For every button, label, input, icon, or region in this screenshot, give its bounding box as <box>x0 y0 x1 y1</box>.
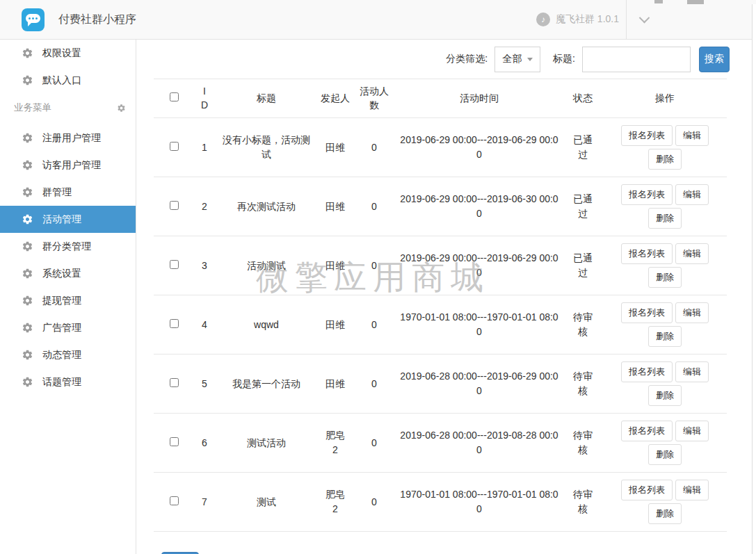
gear-icon <box>22 132 33 144</box>
row-select-cell <box>154 355 194 414</box>
sidebar-item-0[interactable]: 权限设置 <box>0 40 136 67</box>
category-filter-label: 分类筛选: <box>446 53 488 65</box>
sidebar-item-7[interactable]: 广告管理 <box>0 314 136 341</box>
cell-actions: 报名列表编辑删除 <box>603 118 727 177</box>
delete-button[interactable]: 删除 <box>648 208 682 229</box>
delete-button[interactable]: 删除 <box>648 326 682 347</box>
gear-icon <box>22 376 33 388</box>
sidebar-item-0[interactable]: 注册用户管理 <box>0 124 136 152</box>
page-scrollbar[interactable] <box>752 4 756 554</box>
row-select-cell <box>154 236 194 295</box>
cell-id: 6 <box>194 414 215 473</box>
caret-down-icon <box>527 58 533 61</box>
sidebar-item-1[interactable]: 默认入口 <box>0 67 136 94</box>
gear-icon <box>22 349 33 361</box>
col-header-actions: 操作 <box>603 79 727 118</box>
sidebar-item-1[interactable]: 访客用户管理 <box>0 152 136 179</box>
row-select-cell <box>154 473 194 532</box>
cell-title: 再次测试活动 <box>215 177 318 236</box>
table-row: 3 活动测试 田维 0 2019-06-29 00:00---2019-06-2… <box>154 236 727 295</box>
sidebar-item-3[interactable]: 活动管理 <box>0 206 136 233</box>
cell-title: 活动测试 <box>215 236 318 295</box>
signup-list-button[interactable]: 报名列表 <box>621 361 673 382</box>
row-select-cell <box>154 414 194 473</box>
delete-button[interactable]: 删除 <box>648 503 682 524</box>
cell-status: 已通过 <box>563 118 603 177</box>
select-all-checkbox[interactable] <box>170 92 179 101</box>
sidebar-items-group: 注册用户管理 访客用户管理 群管理 活动管理 群分类管理 系统设置 提现管理 广… <box>0 124 136 396</box>
sidebar-item-8[interactable]: 动态管理 <box>0 341 136 368</box>
cell-initiator: 肥皂2 <box>318 473 353 532</box>
signup-list-button[interactable]: 报名列表 <box>621 302 673 323</box>
cell-time: 1970-01-01 08:00---1970-01-01 08:00 <box>396 473 563 532</box>
top-bar: 付费社群小程序 ♪ 魔飞社群 1.0.1 <box>0 0 756 40</box>
search-button[interactable]: 搜索 <box>699 47 730 72</box>
row-checkbox[interactable] <box>170 260 179 269</box>
sidebar-item-label: 默认入口 <box>42 74 81 87</box>
delete-button[interactable]: 删除 <box>648 385 682 406</box>
row-checkbox[interactable] <box>170 437 179 446</box>
sidebar-item-label: 广告管理 <box>42 322 81 334</box>
cell-time: 2019-06-29 00:00---2019-06-29 00:00 <box>396 236 563 295</box>
gear-icon <box>22 74 33 86</box>
row-select-cell <box>154 295 194 355</box>
table-row: 7 测试 肥皂2 0 1970-01-01 08:00---1970-01-01… <box>154 473 727 532</box>
cell-actions: 报名列表编辑删除 <box>603 355 727 414</box>
row-checkbox[interactable] <box>170 378 179 387</box>
signup-list-button[interactable]: 报名列表 <box>621 243 673 264</box>
cell-actions: 报名列表编辑删除 <box>603 295 727 355</box>
edit-button[interactable]: 编辑 <box>675 361 709 382</box>
signup-list-button[interactable]: 报名列表 <box>621 125 673 146</box>
cell-actions: 报名列表编辑删除 <box>603 414 727 473</box>
select-all-cell <box>154 79 194 118</box>
signup-list-button[interactable]: 报名列表 <box>621 480 673 500</box>
gear-icon[interactable] <box>117 104 126 113</box>
col-header-id: ID <box>194 79 215 118</box>
cell-initiator: 田维 <box>318 295 353 355</box>
row-checkbox[interactable] <box>170 142 179 151</box>
category-select-value: 全部 <box>503 53 522 65</box>
cell-status: 待审核 <box>563 473 603 532</box>
sidebar-item-4[interactable]: 群分类管理 <box>0 233 136 260</box>
row-checkbox[interactable] <box>170 319 179 328</box>
cell-initiator: 田维 <box>318 236 353 295</box>
row-checkbox[interactable] <box>170 496 179 505</box>
sidebar-item-2[interactable]: 群管理 <box>0 179 136 206</box>
cell-participants: 0 <box>353 118 396 177</box>
cell-id: 1 <box>194 118 215 177</box>
delete-button[interactable]: 删除 <box>648 267 682 288</box>
delete-button[interactable]: 删除 <box>648 149 682 170</box>
category-select[interactable]: 全部 <box>494 47 540 72</box>
delete-button[interactable]: 删除 <box>648 444 682 465</box>
row-checkbox[interactable] <box>170 201 179 210</box>
chevron-down-icon <box>639 12 650 23</box>
sidebar-item-6[interactable]: 提现管理 <box>0 287 136 314</box>
cell-status: 待审核 <box>563 355 603 414</box>
cell-initiator: 田维 <box>318 177 353 236</box>
cell-status: 待审核 <box>563 295 603 355</box>
sidebar-item-9[interactable]: 话题管理 <box>0 368 136 396</box>
sidebar-section-label: 业务菜单 <box>14 101 51 114</box>
header-collapse-control[interactable] <box>627 0 756 39</box>
cell-time: 1970-01-01 08:00---1970-01-01 08:00 <box>396 295 563 355</box>
edit-button[interactable]: 编辑 <box>675 480 709 500</box>
cell-actions: 报名列表编辑删除 <box>603 236 727 295</box>
cell-title: 测试活动 <box>215 414 318 473</box>
title-search-input[interactable] <box>582 47 691 72</box>
edit-button[interactable]: 编辑 <box>675 421 709 441</box>
gear-icon <box>22 322 33 334</box>
gear-icon <box>22 186 33 198</box>
edit-button[interactable]: 编辑 <box>675 302 709 323</box>
cell-time: 2019-06-28 00:00---2019-08-28 00:00 <box>396 414 563 473</box>
cell-id: 2 <box>194 177 215 236</box>
edit-button[interactable]: 编辑 <box>675 184 709 205</box>
sidebar: 权限设置 默认入口 业务菜单 注册用户管理 访客用户管理 群管理 活动管理 群分… <box>0 40 136 554</box>
cell-initiator: 肥皂2 <box>318 414 353 473</box>
edit-button[interactable]: 编辑 <box>675 243 709 264</box>
signup-list-button[interactable]: 报名列表 <box>621 184 673 205</box>
col-header-participants: 活动人数 <box>353 79 396 118</box>
signup-list-button[interactable]: 报名列表 <box>621 421 673 441</box>
sidebar-item-5[interactable]: 系统设置 <box>0 260 136 287</box>
cell-initiator: 田维 <box>318 355 353 414</box>
edit-button[interactable]: 编辑 <box>675 125 709 146</box>
